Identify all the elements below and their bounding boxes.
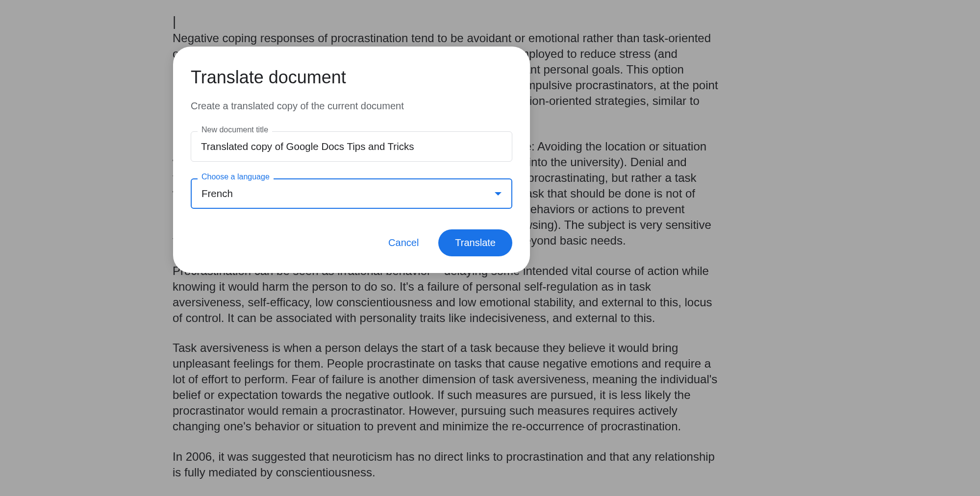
dialog-title: Translate document	[191, 67, 512, 88]
cancel-button[interactable]: Cancel	[382, 232, 425, 253]
translate-document-dialog: Translate document Create a translated c…	[173, 47, 530, 273]
title-field-wrapper: New document title	[191, 131, 512, 162]
language-selected-value: French	[201, 188, 233, 199]
title-field-label: New document title	[198, 125, 272, 134]
chevron-down-icon	[495, 192, 502, 196]
new-document-title-input[interactable]	[191, 131, 512, 162]
translate-button[interactable]: Translate	[438, 229, 512, 256]
language-field-label: Choose a language	[198, 173, 274, 181]
language-field-wrapper: Choose a language French	[191, 178, 512, 209]
language-select[interactable]: French	[191, 178, 512, 209]
dialog-actions: Cancel Translate	[191, 229, 512, 256]
dialog-subtitle: Create a translated copy of the current …	[191, 100, 512, 112]
